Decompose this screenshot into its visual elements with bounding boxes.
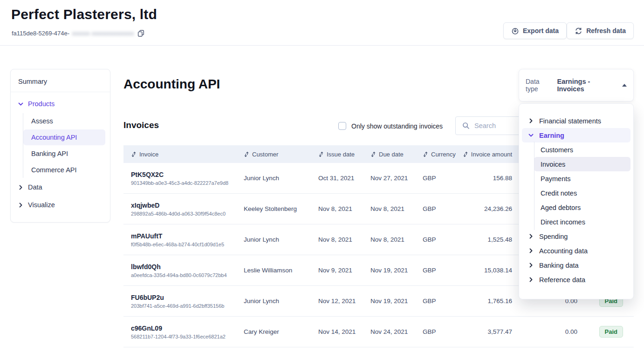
customer-cell: Keeley Stoltenberg xyxy=(244,205,297,212)
data-type-value: Earnings - Invoices xyxy=(557,78,617,93)
export-data-button[interactable]: Export data xyxy=(503,22,567,39)
sort-icon[interactable] xyxy=(423,151,428,157)
outstanding-checkbox-label: Only show outstanding invoices xyxy=(351,122,443,130)
invoice-code: c96GnL09 xyxy=(131,325,226,332)
data-type-item-aged-debtors[interactable]: Aged debtors xyxy=(534,200,630,215)
invoice-cell: lbwfd0Qha0eefdca-335d-494a-bd80-0c6079c7… xyxy=(131,263,227,278)
data-type-dropdown[interactable]: Data type Earnings - Invoices xyxy=(519,69,634,102)
chevron-right-icon xyxy=(528,118,534,123)
invoice-cell: PtK5QX2C901349bb-a0e3-45c3-a4dc-822227a7… xyxy=(131,171,228,186)
data-type-item-earning[interactable]: Earning xyxy=(522,128,630,142)
column-header-issue-date[interactable]: Issue date xyxy=(311,151,363,158)
invoice-code: xIqjwbeD xyxy=(131,202,226,209)
data-type-item-financial-statements[interactable]: Financial statements xyxy=(522,114,630,128)
data-type-item-label: Banking data xyxy=(539,262,579,269)
issue-date-cell: Oct 31, 2021 xyxy=(318,175,354,182)
data-type-item-accounting-data[interactable]: Accounting data xyxy=(522,244,630,258)
data-type-item-invoices[interactable]: Invoices xyxy=(534,157,630,171)
column-header-due-date[interactable]: Due date xyxy=(363,151,415,158)
sidebar-item-assess[interactable]: Assess xyxy=(23,113,105,129)
refresh-data-button[interactable]: Refresh data xyxy=(567,22,634,39)
invoice-id: 203bf741-a5ce-469d-a991-6d2bff35156b xyxy=(131,303,224,309)
sidebar-item-accounting-api[interactable]: Accounting API xyxy=(23,129,105,145)
org-id-redacted: xxxxx-xxxxxxxxxxxx xyxy=(72,30,134,37)
table-row[interactable]: c96GnL09568211b7-1204-4f73-9a33-1f6ece68… xyxy=(123,317,634,347)
chevron-right-icon xyxy=(18,203,23,208)
outstanding-checkbox[interactable] xyxy=(338,122,346,130)
status-badge: Paid xyxy=(599,326,623,338)
sort-icon[interactable] xyxy=(318,151,324,157)
org-id-text: fa115de8-5269-474e- xyxy=(12,30,69,37)
issue-date-cell: Nov 9, 2021 xyxy=(318,267,352,274)
data-type-item-reference-data[interactable]: Reference data xyxy=(522,272,630,287)
due-date-cell: Nov 8, 2021 xyxy=(370,236,404,243)
data-type-item-label: Earning xyxy=(539,132,564,139)
column-header-label: Invoice xyxy=(139,151,158,158)
invoices-section-title: Invoices xyxy=(123,120,159,130)
sidebar-item-summary[interactable]: Summary xyxy=(11,77,110,92)
invoice-cell: mPAUuftTf0f5b48b-e6ec-468a-b274-40cf1d09… xyxy=(131,232,224,247)
invoice-id: a0eefdca-335d-494a-bd80-0c6079c72bb4 xyxy=(131,272,227,278)
invoice-cell: FU6bUP2u203bf741-a5ce-469d-a991-6d2bff35… xyxy=(131,294,224,309)
invoice-id: f0f5b48b-e6ec-468a-b274-40cf1d09d1e5 xyxy=(131,242,224,247)
column-header-invoice-amount[interactable]: Invoice amount xyxy=(454,151,514,158)
currency-cell: GBP xyxy=(423,175,436,182)
export-button-label: Export data xyxy=(523,27,559,34)
issue-date-cell: Nov 14, 2021 xyxy=(318,328,356,335)
data-type-item-label: Direct incomes xyxy=(541,218,585,226)
data-type-item-direct-incomes[interactable]: Direct incomes xyxy=(534,215,630,229)
data-type-item-banking-data[interactable]: Banking data xyxy=(522,258,630,272)
due-date-cell: Nov 19, 2021 xyxy=(370,298,408,305)
currency-cell: GBP xyxy=(423,298,436,305)
sort-icon[interactable] xyxy=(463,151,468,157)
data-type-item-credit-notes[interactable]: Credit notes xyxy=(534,186,630,200)
column-header-label: Customer xyxy=(252,151,278,158)
sidebar-group-products-label: Products xyxy=(28,100,55,108)
invoice-id: 568211b7-1204-4f73-9a33-1f6ece6821a2 xyxy=(131,334,226,339)
sidebar-item-banking-api[interactable]: Banking API xyxy=(23,146,105,162)
invoice-amount-cell: 3,577.47 xyxy=(487,328,512,335)
chevron-right-icon xyxy=(528,234,534,239)
data-type-menu: Financial statementsEarningCustomersInvo… xyxy=(519,103,634,299)
sidebar-group-data[interactable]: Data xyxy=(11,178,110,196)
data-type-item-spending[interactable]: Spending xyxy=(522,229,630,244)
data-type-item-label: Financial statements xyxy=(539,117,601,125)
invoice-code: PtK5QX2C xyxy=(131,171,228,178)
column-header-label: Invoice amount xyxy=(471,151,512,158)
customer-cell: Junior Lynch xyxy=(244,298,279,305)
sidebar-group-visualize-label: Visualize xyxy=(28,201,55,209)
invoice-id: 298892a5-486b-4d0d-a063-30f9f54c8ec0 xyxy=(131,211,226,217)
invoice-cell: xIqjwbeD298892a5-486b-4d0d-a063-30f9f54c… xyxy=(131,202,226,217)
sort-icon[interactable] xyxy=(131,151,137,157)
sidebar-group-products[interactable]: Products xyxy=(11,95,110,113)
issue-date-cell: Nov 12, 2021 xyxy=(318,298,356,305)
sidebar-products-children: Assess Accounting API Banking API Commer… xyxy=(23,113,110,178)
due-date-cell: Nov 19, 2021 xyxy=(370,267,408,274)
sidebar-item-commerce-api[interactable]: Commerce API xyxy=(23,162,105,178)
org-id-row: fa115de8-5269-474e-xxxxx-xxxxxxxxxxxx xyxy=(12,29,145,37)
copy-icon[interactable] xyxy=(137,29,145,37)
sort-icon[interactable] xyxy=(370,151,376,157)
data-type-item-label: Aged debtors xyxy=(541,204,581,211)
data-type-item-payments[interactable]: Payments xyxy=(534,171,630,186)
outstanding-filter[interactable]: Only show outstanding invoices xyxy=(338,122,443,130)
data-type-item-label: Reference data xyxy=(539,276,585,284)
submenu-rail xyxy=(534,142,534,230)
data-type-label: Data type xyxy=(526,78,552,93)
sort-icon[interactable] xyxy=(244,151,249,157)
refresh-button-label: Refresh data xyxy=(586,27,626,34)
currency-cell: GBP xyxy=(423,205,436,212)
currency-cell: GBP xyxy=(423,328,436,335)
column-header-customer[interactable]: Customer xyxy=(236,151,311,158)
customer-cell: Junior Lynch xyxy=(244,175,279,182)
column-header-currency[interactable]: Currency xyxy=(415,151,454,158)
column-header-invoice[interactable]: Invoice xyxy=(123,151,236,158)
data-type-item-customers[interactable]: Customers xyxy=(534,142,630,157)
chevron-right-icon xyxy=(528,277,534,282)
due-date-cell: Nov 27, 2021 xyxy=(370,175,408,182)
customer-cell: Cary Kreiger xyxy=(244,328,279,335)
data-type-item-label: Credit notes xyxy=(541,190,577,197)
due-date-cell: Nov 24, 2021 xyxy=(370,328,408,335)
export-icon xyxy=(511,27,519,35)
sidebar-group-visualize[interactable]: Visualize xyxy=(11,196,110,214)
